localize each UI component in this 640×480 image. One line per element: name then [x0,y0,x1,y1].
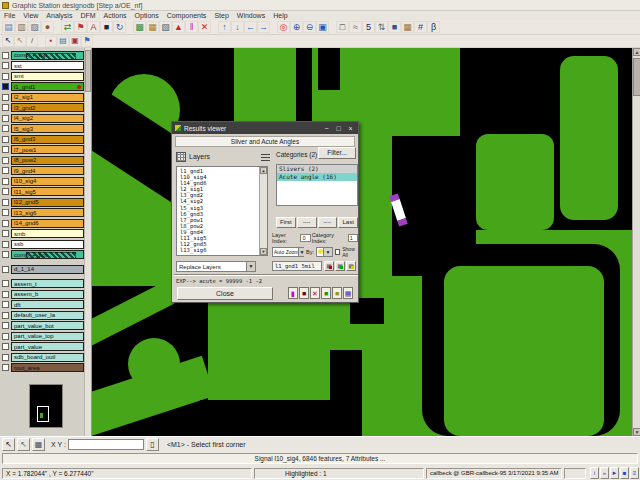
legend-button[interactable]: ▮ [288,287,298,299]
layer-visibility-checkbox[interactable] [2,73,9,80]
scroll-up-arrow[interactable]: ▲ [260,167,267,174]
layer-panel-scrollbar[interactable] [84,48,91,436]
five-icon[interactable]: 5 [362,21,375,33]
overview-navigator[interactable] [29,384,63,428]
maximize-button[interactable]: □ [334,125,343,132]
refresh-icon[interactable]: ↻ [113,21,126,33]
delete-icon[interactable]: ✕ [198,21,211,33]
layer-panel-scroll-thumb[interactable] [85,50,91,92]
layer-visibility-checkbox[interactable] [2,94,9,101]
layer-index-field[interactable]: 0 [300,234,310,242]
move-left-icon[interactable]: ← [244,21,257,33]
swap-icon[interactable]: ⇅ [375,21,388,33]
print-icon[interactable]: ▨ [28,21,41,33]
canvas-scroll-thumb[interactable] [633,58,640,96]
green-report-button[interactable]: ■ [321,287,331,299]
category-index-field[interactable]: 1 [348,234,358,242]
menu-button[interactable]: ≡ [630,467,639,479]
layer-visibility-checkbox[interactable] [2,230,9,237]
layer-visibility-checkbox[interactable] [2,125,9,132]
panel-icon[interactable]: ■ [388,21,401,33]
highlight-color-dropdown[interactable]: ▼ [316,247,333,257]
photo-icon[interactable]: ● [41,21,54,33]
show-all-checkbox[interactable] [335,249,340,255]
layer-row[interactable]: dft [1,300,84,311]
layer-row[interactable]: l10_sig4 [1,176,84,187]
layer-row[interactable]: l11_sig5 [1,187,84,198]
frames-icon[interactable]: ▦ [146,21,159,33]
layer-row[interactable]: l8_pow2 [1,155,84,166]
layer-row[interactable]: rout_area [1,363,84,374]
layer-row[interactable]: l3_gnd2 [1,103,84,114]
draw-icon[interactable]: / [26,36,38,47]
scroll-down-arrow[interactable]: ▼ [260,248,267,255]
last-button[interactable]: Last [338,217,358,228]
pick-cursor-icon[interactable]: ↖ [14,36,26,47]
grid-snap-button[interactable]: ▦ [32,438,45,451]
zoom-window-icon[interactable]: ▣ [316,21,329,33]
zoom-out-icon[interactable]: ⊖ [303,21,316,33]
chart-button[interactable]: ▦ [343,287,353,299]
stop-button[interactable]: ■ [620,467,629,479]
layer-visibility-checkbox[interactable] [2,220,9,227]
move-down-icon[interactable]: ↓ [231,21,244,33]
lock-icon[interactable]: A [87,21,100,33]
layer-row[interactable]: sdb_board_outl [1,352,84,363]
layer-visibility-checkbox[interactable] [2,291,9,298]
category-item[interactable]: Acute angle (16) [277,173,357,181]
layer-visibility-checkbox[interactable] [2,188,9,195]
move-up-icon[interactable]: ↑ [218,21,231,33]
menu-item[interactable]: Analysis [42,12,76,19]
layer-row[interactable]: l9_gnd4 [1,166,84,177]
zoom-home-icon[interactable]: ◎ [277,21,290,33]
layer-row[interactable]: l2_sig1 [1,92,84,103]
layer-visibility-checkbox[interactable] [2,62,9,69]
filter-button[interactable]: Filter... [318,147,356,159]
cursor-icon[interactable]: ↖ [2,36,14,47]
close-button[interactable]: Close [177,287,273,300]
script-icon[interactable]: β [427,21,440,33]
ref-green-stamp-button[interactable]: ▦ [335,261,345,271]
layer-row[interactable]: sst [1,61,84,72]
menu-item[interactable]: DFM [76,12,99,19]
crop-icon[interactable]: ▧ [159,21,172,33]
layer-visibility-checkbox[interactable] [2,364,9,371]
menu-item[interactable]: Step [210,12,232,19]
layers-small-icon[interactable]: ▤ [57,36,69,47]
layer-visibility-checkbox[interactable] [2,83,9,90]
menu-item[interactable]: Options [131,12,163,19]
minimize-button[interactable]: − [322,125,331,132]
layer-row[interactable]: part_value_bot [1,321,84,332]
screen-icon[interactable]: ■ [100,21,113,33]
stamp-icon[interactable]: ▣ [69,36,81,47]
layer-visibility-checkbox[interactable] [2,115,9,122]
category-item[interactable]: Slivers (2) [277,165,357,173]
layer-row[interactable]: l1_gnd1 [1,82,84,93]
menu-item[interactable]: Windows [233,12,269,19]
layer-row[interactable]: l6_gnd3 [1,134,84,145]
layer-row[interactable]: smb [1,229,84,240]
layer-visibility-checkbox[interactable] [2,178,9,185]
layer-visibility-checkbox[interactable] [2,266,9,273]
layer-visibility-checkbox[interactable] [2,312,9,319]
next-button[interactable]: ---- [318,217,338,228]
layer-visibility-checkbox[interactable] [2,52,9,59]
layer-visibility-checkbox[interactable] [2,241,9,248]
layer-visibility-checkbox[interactable] [2,199,9,206]
menu-item[interactable]: Actions [100,12,131,19]
layer-visibility-checkbox[interactable] [2,209,9,216]
layer-row[interactable]: assem_t [1,279,84,290]
layer-visibility-checkbox[interactable] [2,167,9,174]
chevron-down-icon[interactable]: ▼ [246,262,255,271]
chevron-down-icon[interactable]: ▼ [323,248,332,256]
info-button[interactable]: i [590,467,599,479]
layers-grid-icon[interactable] [176,152,186,162]
doc-icon[interactable]: ▤ [2,21,15,33]
layer-visibility-checkbox[interactable] [2,104,9,111]
menu-item[interactable]: View [19,12,42,19]
layer-listbox-scrollbar[interactable]: ▲ ▼ [259,167,267,255]
sync-icon[interactable]: ⇄ [61,21,74,33]
layer-row[interactable]: part_value [1,342,84,353]
dialog-title-bar[interactable]: Results viewer − □ × [172,122,358,134]
dark-screen-button[interactable]: ■ [299,287,309,299]
